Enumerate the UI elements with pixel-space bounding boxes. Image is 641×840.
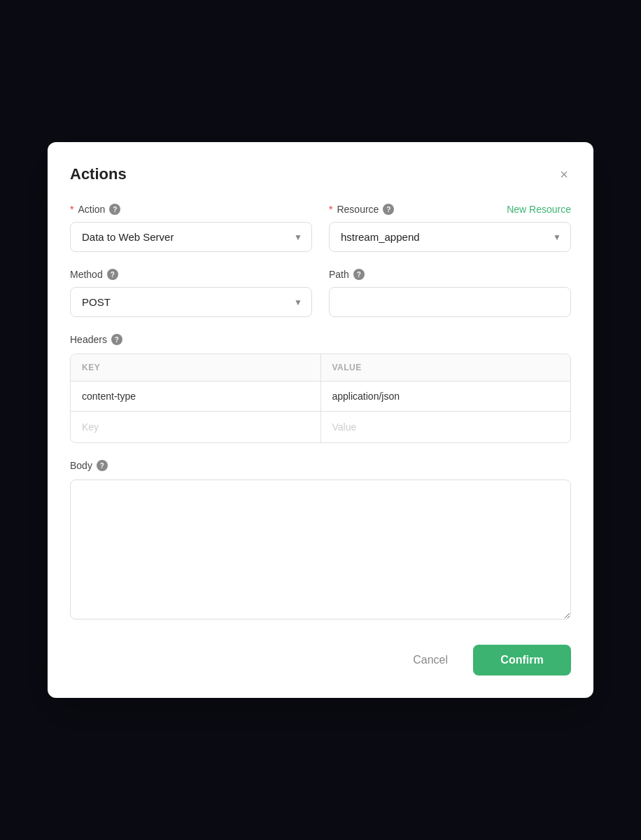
action-select-wrapper: Data to Web Server HTTP Request Send Ema… bbox=[70, 222, 312, 252]
headers-table: KEY VALUE content-type application/json bbox=[70, 354, 571, 443]
body-label: Body bbox=[70, 460, 92, 471]
action-label-row: * Action ? bbox=[70, 204, 312, 215]
headers-key-col-label: KEY bbox=[71, 354, 321, 381]
resource-required-star: * bbox=[329, 204, 332, 215]
header-key-input-wrapper bbox=[71, 412, 321, 442]
close-icon: × bbox=[560, 167, 568, 181]
method-select-wrapper: POST GET PUT DELETE PATCH ▼ bbox=[70, 287, 312, 317]
body-textarea[interactable] bbox=[70, 479, 571, 620]
method-label: Method bbox=[70, 269, 103, 280]
method-select[interactable]: POST GET PUT DELETE PATCH bbox=[70, 287, 312, 317]
path-label-row: Path ? bbox=[329, 269, 571, 280]
headers-label-row: Headers ? bbox=[70, 334, 571, 345]
body-help-icon: ? bbox=[97, 460, 108, 471]
headers-value-col-label: VALUE bbox=[321, 354, 571, 381]
close-button[interactable]: × bbox=[557, 164, 571, 184]
resource-label-left: * Resource ? bbox=[329, 204, 394, 215]
headers-label: Headers bbox=[70, 334, 107, 345]
path-label: Path bbox=[329, 269, 349, 280]
action-group: * Action ? Data to Web Server HTTP Reque… bbox=[70, 204, 312, 252]
path-help-icon: ? bbox=[353, 269, 365, 280]
headers-table-header: KEY VALUE bbox=[71, 354, 570, 382]
header-value-cell: application/json bbox=[321, 382, 571, 411]
headers-section: Headers ? KEY VALUE content-type applica… bbox=[70, 334, 571, 443]
action-resource-row: * Action ? Data to Web Server HTTP Reque… bbox=[70, 204, 571, 252]
body-label-row: Body ? bbox=[70, 460, 571, 471]
modal-backdrop: Actions × * Action ? Data to Web Server … bbox=[0, 0, 641, 840]
method-help-icon: ? bbox=[107, 269, 118, 280]
path-group: Path ? bbox=[329, 269, 571, 317]
new-resource-link[interactable]: New Resource bbox=[507, 204, 571, 215]
table-row: content-type application/json bbox=[71, 382, 570, 412]
resource-label: Resource bbox=[337, 204, 379, 215]
resource-group: * Resource ? New Resource hstream_append… bbox=[329, 204, 571, 252]
resource-label-row: * Resource ? New Resource bbox=[329, 204, 571, 215]
header-key-input[interactable] bbox=[82, 421, 309, 433]
action-required-star: * bbox=[70, 204, 73, 215]
header-value-input-wrapper bbox=[321, 412, 571, 442]
resource-select[interactable]: hstream_append other_resource bbox=[329, 222, 571, 252]
header-key-cell: content-type bbox=[71, 382, 321, 411]
body-section: Body ? bbox=[70, 460, 571, 622]
action-label: Action bbox=[78, 204, 105, 215]
cancel-button[interactable]: Cancel bbox=[399, 645, 462, 675]
headers-help-icon: ? bbox=[111, 334, 122, 345]
modal-footer: Cancel Confirm bbox=[70, 645, 571, 676]
action-help-icon: ? bbox=[109, 204, 120, 215]
modal-title: Actions bbox=[70, 165, 127, 183]
method-label-row: Method ? bbox=[70, 269, 312, 280]
modal-header: Actions × bbox=[70, 164, 571, 184]
resource-help-icon: ? bbox=[383, 204, 394, 215]
method-path-row: Method ? POST GET PUT DELETE PATCH ▼ bbox=[70, 269, 571, 317]
action-select[interactable]: Data to Web Server HTTP Request Send Ema… bbox=[70, 222, 312, 252]
modal-dialog: Actions × * Action ? Data to Web Server … bbox=[48, 142, 593, 698]
header-value-input[interactable] bbox=[332, 421, 560, 433]
table-row-empty bbox=[71, 412, 570, 442]
resource-select-wrapper: hstream_append other_resource ▼ bbox=[329, 222, 571, 252]
method-group: Method ? POST GET PUT DELETE PATCH ▼ bbox=[70, 269, 312, 317]
confirm-button[interactable]: Confirm bbox=[473, 645, 571, 676]
path-input[interactable] bbox=[329, 287, 571, 317]
